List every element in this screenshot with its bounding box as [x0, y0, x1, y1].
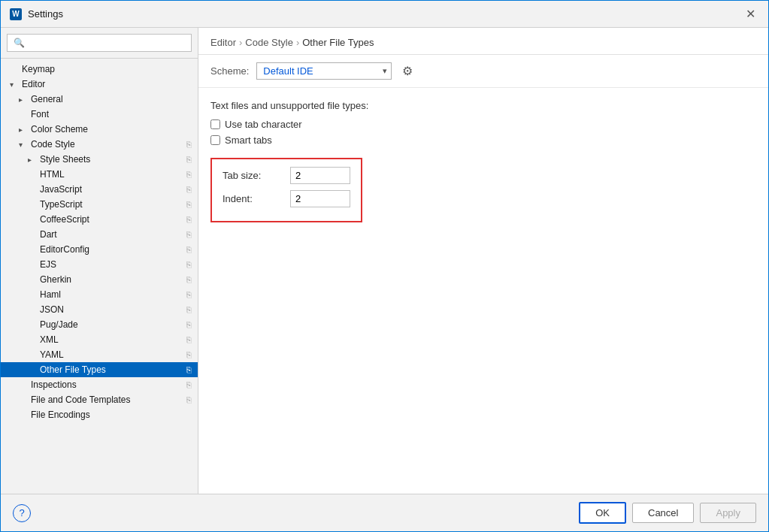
sidebar-label-javascript: JavaScript: [40, 184, 183, 195]
sidebar-item-editor[interactable]: ▾Editor: [1, 77, 198, 92]
breadcrumb-codestyle: Code Style: [245, 37, 293, 48]
sidebar-item-coffeescript[interactable]: CoffeeScript⎘: [1, 212, 198, 227]
copy-icon-file-code-templates: ⎘: [186, 395, 192, 404]
sidebar-label-haml: Haml: [40, 289, 183, 300]
sidebar-label-xml: XML: [40, 334, 183, 345]
expand-arrow-style-sheets: ▸: [28, 156, 37, 164]
scheme-label: Scheme:: [210, 65, 249, 77]
sidebar-item-style-sheets[interactable]: ▸Style Sheets⎘: [1, 152, 198, 167]
copy-icon-html: ⎘: [186, 170, 192, 179]
sidebar-item-xml[interactable]: XML⎘: [1, 332, 198, 347]
sidebar-item-gherkin[interactable]: Gherkin⎘: [1, 272, 198, 287]
sidebar-label-coffeescript: CoffeeScript: [40, 214, 183, 225]
scheme-select-wrapper: Default IDE Project: [256, 62, 392, 80]
copy-icon-inspections: ⎘: [186, 380, 192, 389]
scheme-bar: Scheme: Default IDE Project ⚙: [198, 55, 768, 88]
expand-arrow-code-style: ▾: [19, 141, 28, 149]
sidebar-item-code-style[interactable]: ▾Code Style⎘: [1, 137, 198, 152]
sidebar-label-font: Font: [31, 109, 192, 119]
window-title: Settings: [28, 8, 63, 20]
expand-arrow-color-scheme: ▸: [19, 125, 28, 134]
copy-icon-xml: ⎘: [186, 335, 192, 344]
tab-indent-box: Tab size: Indent:: [210, 158, 362, 222]
sidebar-label-file-code-templates: File and Code Templates: [31, 394, 183, 405]
sidebar-item-other-file-types[interactable]: Other File Types⎘: [1, 362, 198, 377]
copy-icon-coffeescript: ⎘: [186, 215, 192, 224]
sidebar-item-javascript[interactable]: JavaScript⎘: [1, 182, 198, 197]
sidebar-item-file-code-templates[interactable]: File and Code Templates⎘: [1, 392, 198, 407]
close-button[interactable]: ✕: [741, 5, 759, 23]
sidebar-label-inspections: Inspections: [31, 379, 183, 390]
help-button[interactable]: ?: [13, 504, 31, 522]
search-input[interactable]: [7, 34, 192, 52]
copy-icon-ejs: ⎘: [186, 260, 192, 269]
breadcrumb-current: Other File Types: [302, 37, 374, 48]
copy-icon-typescript: ⎘: [186, 200, 192, 209]
copy-icon-haml: ⎘: [186, 290, 192, 299]
tab-size-row: Tab size:: [223, 167, 350, 184]
sidebar-label-editor: Editor: [22, 79, 192, 89]
copy-icon-editorconfig: ⎘: [186, 245, 192, 254]
copy-icon-code-style: ⎘: [186, 140, 192, 149]
copy-icon-javascript: ⎘: [186, 185, 192, 194]
use-tab-character-checkbox[interactable]: [210, 119, 220, 129]
scheme-gear-button[interactable]: ⚙: [399, 62, 416, 80]
sidebar-label-pug-jade: Pug/Jade: [40, 319, 183, 330]
copy-icon-dart: ⎘: [186, 230, 192, 239]
panel-body: Text files and unsupported file types: U…: [198, 88, 768, 494]
section-title: Text files and unsupported file types:: [210, 100, 756, 111]
sidebar-item-pug-jade[interactable]: Pug/Jade⎘: [1, 317, 198, 332]
dialog-footer: ? OK Cancel Apply: [1, 494, 768, 531]
sidebar-label-file-encodings: File Encodings: [31, 410, 192, 420]
sidebar-item-general[interactable]: ▸General: [1, 92, 198, 107]
sidebar-item-typescript[interactable]: TypeScript⎘: [1, 197, 198, 212]
smart-tabs-row: Smart tabs: [210, 135, 756, 146]
app-icon: W: [10, 8, 22, 20]
breadcrumb-sep-1: ›: [239, 37, 242, 48]
indent-input[interactable]: [290, 190, 350, 207]
content-area: Keymap▾Editor▸GeneralFont▸Color Scheme▾C…: [1, 28, 768, 494]
cancel-button[interactable]: Cancel: [632, 503, 694, 523]
sidebar-label-code-style: Code Style: [31, 139, 183, 150]
sidebar-item-editorconfig[interactable]: EditorConfig⎘: [1, 242, 198, 257]
sidebar: Keymap▾Editor▸GeneralFont▸Color Scheme▾C…: [1, 28, 198, 494]
sidebar-label-color-scheme: Color Scheme: [31, 124, 192, 135]
sidebar-item-html[interactable]: HTML⎘: [1, 167, 198, 182]
expand-arrow-general: ▸: [19, 95, 28, 104]
sidebar-label-yaml: YAML: [40, 349, 183, 360]
tree: Keymap▾Editor▸GeneralFont▸Color Scheme▾C…: [1, 59, 198, 425]
expand-arrow-editor: ▾: [10, 80, 19, 89]
sidebar-item-dart[interactable]: Dart⎘: [1, 227, 198, 242]
smart-tabs-label: Smart tabs: [225, 135, 272, 146]
settings-dialog: W Settings ✕ Keymap▾Editor▸GeneralFont▸C…: [0, 0, 769, 532]
breadcrumb: Editor › Code Style › Other File Types: [198, 28, 768, 55]
copy-icon-style-sheets: ⎘: [186, 155, 192, 164]
sidebar-label-other-file-types: Other File Types: [40, 364, 183, 375]
sidebar-label-editorconfig: EditorConfig: [40, 244, 183, 255]
ok-button[interactable]: OK: [579, 502, 626, 524]
tab-size-input[interactable]: [290, 167, 350, 184]
sidebar-label-dart: Dart: [40, 229, 183, 240]
sidebar-item-yaml[interactable]: YAML⎘: [1, 347, 198, 362]
tab-size-label: Tab size:: [223, 170, 283, 181]
sidebar-item-font[interactable]: Font: [1, 107, 198, 122]
copy-icon-yaml: ⎘: [186, 350, 192, 359]
sidebar-label-keymap: Keymap: [22, 64, 192, 74]
title-bar: W Settings ✕: [1, 1, 768, 28]
use-tab-character-label: Use tab character: [225, 119, 302, 130]
sidebar-item-json[interactable]: JSON⎘: [1, 302, 198, 317]
sidebar-item-keymap[interactable]: Keymap: [1, 62, 198, 77]
scheme-select[interactable]: Default IDE Project: [256, 62, 392, 80]
copy-icon-other-file-types: ⎘: [186, 365, 192, 374]
sidebar-item-color-scheme[interactable]: ▸Color Scheme: [1, 122, 198, 137]
sidebar-item-inspections[interactable]: Inspections⎘: [1, 377, 198, 392]
indent-row: Indent:: [223, 190, 350, 207]
indent-label: Indent:: [223, 193, 283, 204]
sidebar-label-json: JSON: [40, 304, 183, 315]
sidebar-item-file-encodings[interactable]: File Encodings: [1, 407, 198, 422]
sidebar-item-haml[interactable]: Haml⎘: [1, 287, 198, 302]
smart-tabs-checkbox[interactable]: [210, 135, 220, 145]
apply-button[interactable]: Apply: [700, 503, 756, 523]
sidebar-item-ejs[interactable]: EJS⎘: [1, 257, 198, 272]
sidebar-label-typescript: TypeScript: [40, 199, 183, 210]
